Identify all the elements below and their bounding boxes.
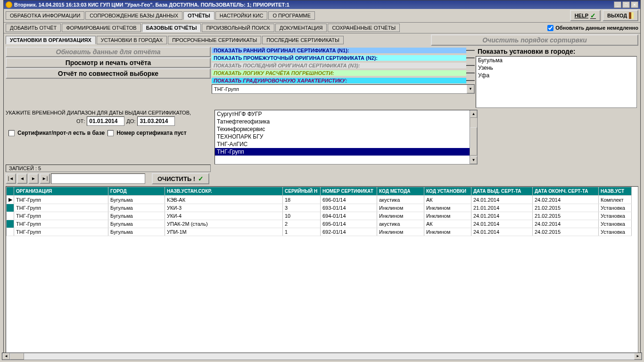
- nav-prev-button[interactable]: ◄: [17, 173, 27, 184]
- app-icon: [6, 1, 12, 8]
- table-row[interactable]: ТНГ-ГруппБугульмаУКИ-33693-01/14Инклином…: [7, 204, 632, 212]
- top-tab-2[interactable]: ОТЧЁТЫ: [183, 11, 215, 20]
- table-row[interactable]: ▶ТНГ-ГруппБугульмаКЭВ-АК18696-01/14акуст…: [7, 196, 632, 204]
- cert-in-base-checkbox[interactable]: [8, 130, 15, 136]
- close-button[interactable]: ×: [631, 1, 638, 8]
- third-tab-0[interactable]: УСТАНОВКИ В ОРГАНИЗАЦИЯХ: [6, 36, 96, 44]
- view-print-button[interactable]: Просмотр и печать отчёта: [6, 58, 211, 68]
- refresh-data-button[interactable]: Обновить данные для отчёта: [6, 47, 211, 57]
- sub-tab-0[interactable]: ДОБАВИТЬ ОТЧЁТ: [6, 24, 61, 32]
- sub-tab-2[interactable]: БАЗОВЫЕ ОТЧЁТЫ: [142, 24, 201, 32]
- help-button[interactable]: HELP✓: [570, 10, 601, 21]
- joint-report-button[interactable]: Отчёт по совместной выборке: [6, 68, 211, 79]
- table-row[interactable]: ТНГ-ГруппБугульмаУКИ-410694-01/14Инклино…: [7, 212, 632, 220]
- org-item[interactable]: ТНГ-Групп: [215, 148, 477, 156]
- column-header[interactable]: ГОРОД: [108, 187, 165, 196]
- column-header[interactable]: КОД МЕТОДА: [377, 187, 424, 196]
- org-list[interactable]: СургутНГФ ФУГРТатнефтегеофизикаТехинформ…: [215, 110, 478, 165]
- org-dropdown-value: ТНГ-Групп: [212, 86, 467, 92]
- org-item[interactable]: ТНГ-АлГИС: [215, 140, 477, 148]
- hscroll-right-icon[interactable]: ►: [634, 353, 642, 360]
- column-header[interactable]: СЕРИЙНЫЙ Н: [283, 187, 321, 196]
- cell: УКИ-4: [165, 212, 283, 220]
- column-header[interactable]: ДАТА ОКОНЧ. СЕРТ-ТА: [533, 187, 599, 196]
- check-icon: ✓: [198, 175, 204, 182]
- cell: ТНГ-Групп: [14, 196, 108, 204]
- scroll-up-icon[interactable]: ▲: [470, 110, 477, 118]
- scroll-down-icon[interactable]: ▼: [470, 156, 477, 164]
- top-tab-1[interactable]: СОПРОВОЖДЕНИЕ БАЗЫ ДАННЫХ: [85, 11, 182, 20]
- hscroll-left-icon[interactable]: ◄: [2, 353, 10, 360]
- exit-button[interactable]: ВЫХОД: [603, 10, 638, 21]
- top-tab-3[interactable]: НАСТРОЙКИ КИС: [215, 11, 268, 20]
- clear-sort-button[interactable]: Очистить порядок сортирвки: [431, 34, 638, 46]
- nav-next-button[interactable]: ►: [28, 173, 39, 184]
- show-n1-label: ПОКАЗАТЬ РАННИЙ ОРИГИНАЛ СЕРТИФИКАТА (N1…: [212, 48, 466, 53]
- cell: 21.02.2015: [533, 212, 599, 220]
- top-tab-4[interactable]: О ПРОГРАММЕ: [268, 11, 315, 20]
- show-n2-label: ПОКАЗАТЬ ПРОМЕЖУТОЧНЫЙ ОРИГИНАЛ СЕРТИФИК…: [212, 55, 466, 61]
- show-n2-checkbox[interactable]: [466, 58, 475, 58]
- scroll-thumb[interactable]: [470, 127, 477, 156]
- org-item[interactable]: Татнефтегеофизика: [215, 118, 477, 125]
- column-header[interactable]: ДАТА ВЫД. СЕРТ-ТА: [471, 187, 533, 196]
- nav-last-button[interactable]: ►|: [40, 173, 50, 184]
- cell: 692-01/14: [321, 228, 377, 236]
- horizontal-scrollbar[interactable]: ◄ ►: [2, 353, 642, 360]
- hscroll-thumb[interactable]: [10, 353, 24, 360]
- show-logic-checkbox[interactable]: [466, 73, 475, 74]
- update-immediately-checkbox[interactable]: Обновлять данные немедленно: [547, 25, 638, 31]
- top-tab-0[interactable]: ОБРАБОТКА ИНФОРМАЦИИ: [6, 11, 84, 20]
- dropdown-arrow-icon[interactable]: ▼: [467, 85, 474, 93]
- cell: 693-01/14: [321, 204, 377, 212]
- titlebar: Вторник. 14.04.2015 16:13:03 КИС ГУП ЦМИ…: [4, 0, 640, 9]
- show-n3-checkbox[interactable]: [466, 65, 475, 66]
- cell: УКИ-3: [165, 204, 283, 212]
- cell: 24.01.2014: [471, 228, 533, 236]
- sub-tab-3[interactable]: ПРОИЗВОЛЬНЫЙ ПОИСК: [202, 24, 274, 32]
- sub-tab-1[interactable]: ФОРМИРОВАНИЕ ОТЧЁТОВ: [62, 24, 140, 32]
- cell: акустика: [377, 196, 424, 204]
- column-header[interactable]: КОД УСТАНОВКИ: [424, 187, 471, 196]
- show-grad-checkbox[interactable]: [466, 80, 475, 81]
- org-item[interactable]: СургутНГФ ФУГР: [215, 110, 477, 118]
- table-row[interactable]: ТНГ-ГруппБугульмаУПАК-2М (сталь)2695-01/…: [7, 220, 632, 228]
- column-header[interactable]: НОМЕР СЕРТИФИКАТ: [321, 187, 377, 196]
- nav-first-button[interactable]: |◄: [6, 173, 16, 184]
- org-scrollbar[interactable]: ▲ ▼: [470, 110, 477, 164]
- date-to-input[interactable]: 31.03.2014: [137, 116, 175, 126]
- column-header[interactable]: НАЗВ.УСТ: [599, 187, 632, 196]
- search-input[interactable]: [51, 173, 145, 184]
- cell: 24.02.2014: [533, 196, 599, 204]
- cert-number-empty-label: Номер сертификата пуст: [116, 130, 186, 136]
- show-n1-checkbox[interactable]: [466, 50, 475, 51]
- city-item[interactable]: Бугульма: [476, 57, 636, 64]
- city-item[interactable]: Узень: [476, 64, 636, 72]
- date-to-label: ДО:: [126, 118, 135, 124]
- sub-tab-5[interactable]: СОХРАНЁННЫЕ ОТЧЁТЫ: [328, 24, 400, 32]
- third-tab-1[interactable]: УСТАНОВКИ В ГОРОДАХ: [97, 36, 167, 44]
- show-grad-label: ПОКАЗАТЬ ГРАДУИРОВОЧНУЮ ХАРАКТЕРИСТИКУ:: [212, 78, 466, 83]
- city-item[interactable]: Уфа: [476, 72, 636, 79]
- column-header[interactable]: НАЗВ.УСТАН.СОКР.: [165, 187, 283, 196]
- column-header[interactable]: ОРГАНИЗАЦИЯ: [14, 187, 108, 196]
- cert-number-empty-checkbox[interactable]: [107, 130, 114, 136]
- city-header: Показать установки в городе:: [476, 47, 637, 56]
- city-list[interactable]: БугульмаУзеньУфа: [476, 56, 637, 108]
- table-row[interactable]: ТНГ-ГруппБугульмаУПИ-1М1692-01/14Инклино…: [7, 228, 632, 236]
- org-dropdown[interactable]: ТНГ-Групп ▼: [212, 84, 475, 94]
- sub-tab-4[interactable]: ДОКУМЕНТАЦИЯ: [275, 24, 327, 32]
- cell: 21.02.2015: [533, 204, 599, 212]
- data-grid[interactable]: ОРГАНИЗАЦИЯГОРОДНАЗВ.УСТАН.СОКР.СЕРИЙНЫЙ…: [6, 186, 638, 356]
- date-from-input[interactable]: 01.01.2014: [87, 116, 124, 126]
- clear-button[interactable]: ОЧИСТИТЬ !✓: [152, 173, 209, 184]
- third-tab-2[interactable]: ПРОСРОЧЕННЫЕ СЕРТИФИКАТЫ: [168, 36, 261, 44]
- cell: АК: [424, 196, 471, 204]
- third-tab-3[interactable]: ПОСЛЕДНИЕ СЕРТИФИКАТЫ: [262, 36, 344, 44]
- org-item[interactable]: ТЕХНОПАРК БГУ: [215, 133, 477, 140]
- minimize-button[interactable]: _: [614, 1, 621, 8]
- cell: 3: [283, 204, 321, 212]
- cell: 695-01/14: [321, 220, 377, 228]
- maximize-button[interactable]: □: [622, 1, 630, 8]
- org-item[interactable]: Техинформсервис: [215, 125, 477, 133]
